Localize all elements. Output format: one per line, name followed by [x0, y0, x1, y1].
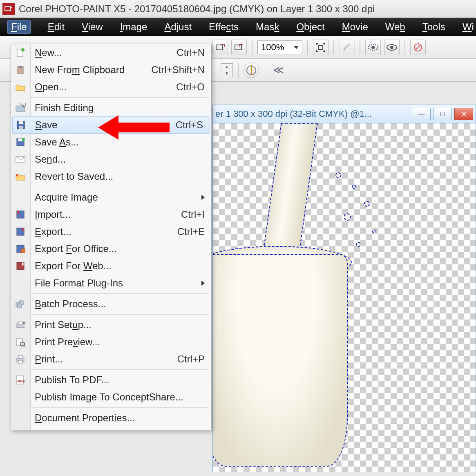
- menu-item-label: File Format Plug-Ins: [35, 277, 123, 289]
- menu-item-open[interactable]: Open...Ctrl+O: [11, 78, 211, 96]
- file-menu-dropdown: New...Ctrl+NNew From ClipboardCtrl+Shift…: [11, 44, 212, 430]
- exportoffice-icon: [14, 243, 27, 255]
- open-icon: [14, 81, 27, 93]
- toolbar-separator: [333, 40, 334, 55]
- exportweb-icon: [14, 260, 27, 272]
- menu-item-export[interactable]: Export...Ctrl+E: [11, 223, 211, 240]
- app-icon: [2, 3, 15, 15]
- print-icon: [14, 353, 27, 365]
- menu-item-label: New...: [35, 47, 62, 58]
- svg-point-8: [390, 46, 393, 49]
- maximize-button[interactable]: □: [433, 108, 452, 120]
- menu-item-publish-to-pdf[interactable]: PDFPublish To PDF...: [11, 371, 211, 389]
- no-btn[interactable]: [410, 40, 426, 55]
- svg-rect-16: [19, 66, 22, 68]
- menu-movie[interactable]: Movie: [342, 21, 368, 33]
- menu-mask[interactable]: Mask: [256, 21, 279, 33]
- menu-image[interactable]: Image: [120, 21, 147, 33]
- menu-item-send[interactable]: Send...: [11, 151, 211, 168]
- svg-rect-27: [21, 249, 25, 253]
- menu-item-print-preview[interactable]: Print Preview...: [11, 333, 211, 351]
- canvas[interactable]: [212, 123, 476, 472]
- menu-separator: [31, 369, 209, 370]
- menu-item-label: Publish Image To ConceptShare...: [35, 391, 183, 403]
- svg-rect-0: [5, 7, 10, 11]
- svg-rect-19: [19, 126, 23, 129]
- toolbar-separator: [360, 40, 360, 55]
- menu-item-label: Export For Office...: [35, 243, 117, 255]
- close-button[interactable]: ✕: [454, 108, 473, 120]
- menu-item-publish-image-to-conceptshare[interactable]: Publish Image To ConceptShare...: [11, 389, 211, 406]
- brush-btn: [339, 40, 355, 55]
- menu-shortcut: Ctrl+O: [176, 81, 205, 93]
- menu-item-print-setup[interactable]: Print Setup...: [11, 316, 211, 333]
- svg-marker-43: [98, 115, 170, 140]
- fullscreen-btn[interactable]: [313, 40, 329, 55]
- menu-item-label: Batch Process...: [35, 298, 106, 310]
- eye-btn-2[interactable]: [384, 40, 400, 55]
- svg-rect-4: [319, 45, 323, 49]
- menu-item-label: Open...: [35, 81, 67, 93]
- svg-rect-31: [18, 304, 22, 308]
- rewind-icon[interactable]: ≪: [273, 64, 284, 76]
- menu-bar: File Edit View Image Adjust Effects Mask…: [0, 18, 476, 36]
- title-bar: Corel PHOTO-PAINT X5 - 20170405180604.jp…: [0, 0, 476, 18]
- pdf-icon: PDF: [14, 374, 27, 386]
- doc-title-bar[interactable]: er 1 300 x 300 dpi (32-Bit CMYK) @1... —…: [212, 105, 476, 123]
- menu-item-label: Export For Web...: [35, 260, 112, 272]
- saveas-icon: [14, 136, 27, 148]
- eye-btn-1[interactable]: [365, 40, 381, 55]
- menu-item-acquire-image[interactable]: Acquire Image: [11, 189, 211, 206]
- menu-item-export-for-web[interactable]: Export For Web...: [11, 257, 211, 275]
- menu-item-batch-process[interactable]: Batch Process...: [11, 295, 211, 313]
- printsetup-icon: [14, 319, 27, 331]
- menu-shortcut: Ctrl+S: [176, 119, 203, 131]
- menu-item-label: Import...: [35, 209, 71, 220]
- menu-item-print[interactable]: Print...Ctrl+P: [11, 351, 211, 368]
- svg-point-22: [22, 138, 25, 141]
- menu-view[interactable]: View: [82, 21, 103, 33]
- finish-icon: [14, 102, 27, 114]
- menu-item-file-format-plug-ins[interactable]: File Format Plug-Ins: [11, 275, 211, 292]
- menu-item-new[interactable]: New...Ctrl+N: [11, 44, 211, 61]
- menu-item-import[interactable]: Import...Ctrl+I: [11, 206, 211, 223]
- menu-item-document-properties[interactable]: Document Properties...: [11, 409, 211, 427]
- menu-file[interactable]: File: [7, 20, 31, 34]
- import-icon: [14, 209, 27, 220]
- menu-window[interactable]: Wi: [463, 21, 474, 33]
- export-icon: [14, 226, 27, 237]
- batch-icon: [14, 298, 27, 310]
- spinner-control[interactable]: ▲▼: [221, 63, 233, 77]
- menu-effects[interactable]: Effects: [209, 21, 239, 33]
- menu-item-label: Acquire Image: [35, 192, 98, 203]
- toolbar-btn-b[interactable]: [231, 40, 247, 55]
- toolbar-btn-a[interactable]: [212, 40, 228, 55]
- menu-shortcut: Ctrl+N: [177, 47, 205, 58]
- minimize-button[interactable]: —: [412, 108, 431, 120]
- menu-item-revert-to-saved[interactable]: Revert to Saved...: [11, 168, 211, 185]
- menu-edit[interactable]: Edit: [48, 21, 65, 33]
- image-content: [212, 123, 360, 472]
- clipboard-icon: [14, 64, 27, 76]
- zoom-combo[interactable]: 100%: [257, 40, 302, 54]
- svg-point-6: [371, 46, 375, 49]
- menu-item-label: Save: [35, 119, 58, 131]
- menu-item-new-from-clipboard[interactable]: New From ClipboardCtrl+Shift+N: [11, 61, 211, 78]
- menu-separator: [31, 187, 209, 187]
- svg-line-37: [24, 345, 25, 346]
- menu-separator: [31, 314, 209, 315]
- window-title: Corel PHOTO-PAINT X5 - 20170405180604.jp…: [19, 3, 375, 15]
- menu-shortcut: Ctrl+Shift+N: [151, 64, 205, 76]
- svg-rect-18: [19, 121, 23, 124]
- menu-object[interactable]: Object: [296, 21, 324, 33]
- circle-tool-btn[interactable]: [244, 63, 259, 78]
- menu-item-export-for-office[interactable]: Export For Office...: [11, 240, 211, 257]
- menu-shortcut: Ctrl+E: [177, 226, 205, 237]
- menu-tools[interactable]: Tools: [422, 21, 445, 33]
- menu-web[interactable]: Web: [385, 21, 405, 33]
- menu-adjust[interactable]: Adjust: [164, 21, 192, 33]
- svg-point-14: [21, 48, 25, 51]
- toolbar-separator: [252, 40, 253, 55]
- svg-rect-40: [18, 360, 22, 363]
- new-icon: [14, 47, 27, 58]
